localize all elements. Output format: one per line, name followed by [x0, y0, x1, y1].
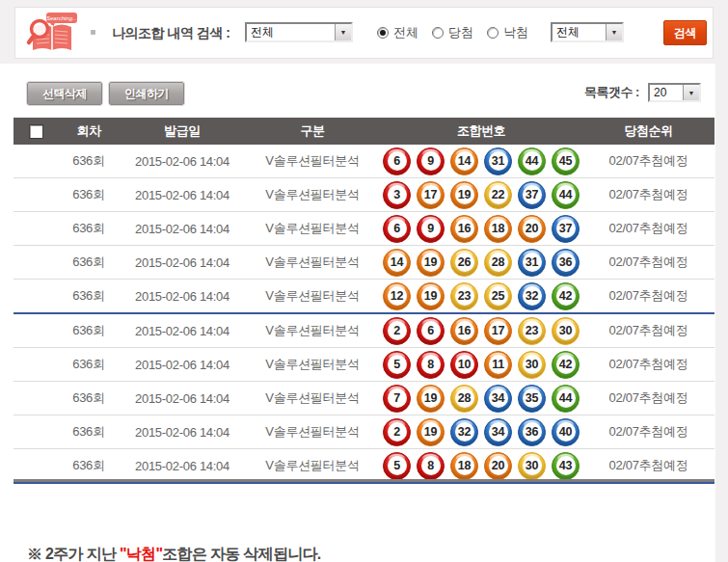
row-checkbox-cell[interactable]: [13, 313, 58, 348]
lotto-ball-orange: 19: [450, 181, 478, 209]
cell-category: V솔루션필터분석: [245, 449, 380, 484]
ball-number: 7: [388, 388, 407, 408]
cell-numbers: 121923253242: [380, 280, 582, 314]
type-filter-select[interactable]: 전체 ▼: [551, 22, 624, 42]
cell-category: V솔루션필터분석: [245, 246, 380, 280]
lotto-ball-red: 8: [417, 452, 445, 480]
book-search-icon: Searching...: [25, 12, 81, 60]
ball-number: 18: [489, 219, 508, 238]
ball-number: 42: [556, 286, 576, 306]
cell-numbers: 5810113042: [380, 348, 582, 382]
table-row: 636회2015-02-06 14:04V솔루션필터분석719283435440…: [13, 382, 715, 415]
radio-all[interactable]: 전체: [377, 24, 418, 41]
row-checkbox-cell[interactable]: [13, 449, 58, 484]
lotto-ball-red: 6: [383, 147, 411, 175]
lotto-ball-red: 5: [383, 452, 411, 480]
cell-issued: 2015-02-06 14:04: [120, 246, 245, 280]
lotto-ball-red: 7: [383, 385, 411, 413]
cell-issued: 2015-02-06 14:04: [120, 382, 245, 415]
table-header-row: 회차 발급일 구분 조합번호 당첨순위: [13, 118, 715, 145]
table-row: 636회2015-02-06 14:04V솔루션필터분석691618203702…: [13, 212, 715, 246]
table-row: 636회2015-02-06 14:04V솔루션필터분석219323436400…: [13, 415, 715, 449]
ball-number: 20: [489, 456, 508, 475]
round-filter-select[interactable]: 전체 ▼: [245, 22, 353, 42]
radio-lose[interactable]: 낙첨: [487, 24, 528, 41]
select-all-checkbox[interactable]: [29, 124, 43, 139]
row-checkbox-cell[interactable]: [13, 145, 58, 178]
lotto-ball-yellow: 28: [484, 249, 512, 277]
ball-number: 34: [489, 422, 508, 442]
ball-number: 8: [421, 355, 441, 374]
ball-number: 9: [421, 219, 441, 238]
ball-number: 5: [388, 355, 407, 374]
row-checkbox-cell[interactable]: [13, 178, 58, 212]
footnote-highlight: "낙첨": [120, 546, 162, 562]
ball-number: 31: [523, 253, 542, 272]
ball-number: 43: [556, 456, 576, 475]
ball-number: 32: [523, 286, 542, 306]
row-checkbox-cell[interactable]: [13, 246, 58, 280]
ball-number: 16: [455, 321, 474, 340]
lotto-ball-yellow: 30: [518, 351, 546, 379]
ball-number: 14: [388, 253, 407, 272]
lotto-ball-orange: 14: [383, 249, 411, 277]
delete-selected-button[interactable]: 선택삭제: [27, 82, 102, 105]
lotto-ball-orange: 12: [383, 282, 411, 310]
lotto-ball-red: 2: [383, 418, 411, 446]
print-button[interactable]: 인쇄하기: [109, 82, 184, 105]
lotto-ball-orange: 18: [450, 452, 478, 480]
lotto-ball-yellow: 28: [450, 385, 478, 413]
ball-number: 45: [556, 151, 576, 171]
table-bottom-bar: [13, 479, 715, 482]
lotto-ball-blue: 36: [552, 249, 580, 277]
ball-number: 3: [388, 185, 407, 204]
cell-rank: 02/07추첨예정: [582, 382, 715, 415]
lotto-ball-orange: 11: [484, 351, 512, 379]
ball-number: 10: [455, 355, 474, 374]
cell-numbers: 6916182037: [380, 212, 582, 246]
cell-rank: 02/07추첨예정: [582, 348, 715, 382]
row-checkbox-cell[interactable]: [13, 280, 58, 314]
ball-number: 19: [455, 185, 474, 204]
ball-number: 20: [523, 219, 542, 238]
round-filter-value: 전체: [247, 24, 335, 40]
cell-round: 636회: [58, 348, 120, 382]
radio-win[interactable]: 당첨: [432, 24, 473, 41]
table-row: 636회2015-02-06 14:04V솔루션필터분석691431444502…: [13, 145, 715, 178]
list-count-value: 20: [650, 85, 683, 101]
ball-number: 40: [556, 422, 576, 442]
cell-round: 636회: [58, 280, 120, 314]
cell-rank: 02/07추첨예정: [582, 178, 715, 212]
lotto-ball-green: 42: [552, 351, 580, 379]
ball-number: 8: [421, 456, 441, 475]
row-checkbox-cell[interactable]: [13, 212, 58, 246]
ball-number: 30: [523, 355, 542, 374]
row-checkbox-cell[interactable]: [13, 382, 58, 415]
table-body: 636회2015-02-06 14:04V솔루션필터분석691431444502…: [13, 145, 715, 483]
radio-all-label: 전체: [393, 24, 418, 41]
search-button[interactable]: 검색: [663, 20, 707, 45]
row-checkbox-cell[interactable]: [13, 415, 58, 449]
ball-number: 16: [455, 219, 474, 238]
bullet-dot: [91, 30, 95, 35]
ball-number: 2: [388, 422, 407, 442]
cell-category: V솔루션필터분석: [245, 415, 380, 449]
ball-number: 19: [421, 253, 441, 272]
table-row: 636회2015-02-06 14:04V솔루션필터분석581011304202…: [13, 348, 715, 382]
lotto-ball-green: 43: [552, 452, 580, 480]
ball-number: 9: [421, 151, 441, 171]
list-count-select[interactable]: 20 ▼: [648, 83, 701, 102]
row-checkbox-cell[interactable]: [13, 348, 58, 382]
lotto-ball-red: 8: [417, 351, 445, 379]
cell-category: V솔루션필터분석: [245, 313, 380, 348]
lotto-ball-blue: 31: [518, 249, 546, 277]
cell-category: V솔루션필터분석: [245, 348, 380, 382]
cell-round: 636회: [58, 382, 120, 415]
header-rank: 당첨순위: [582, 118, 715, 145]
lotto-ball-blue: 37: [552, 215, 580, 243]
lotto-ball-orange: 16: [450, 317, 478, 345]
cell-category: V솔루션필터분석: [245, 145, 380, 178]
footnote: ※ 2주가 지난 "낙첨"조합은 자동 삭제됩니다.: [27, 545, 321, 562]
lotto-ball-orange: 14: [450, 147, 478, 175]
ball-number: 6: [421, 321, 441, 340]
